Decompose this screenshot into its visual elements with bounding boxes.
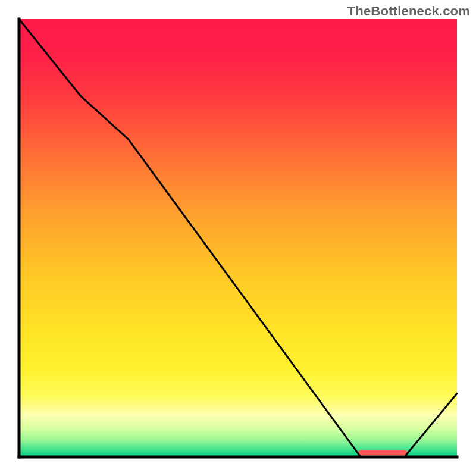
- plot-background: [19, 19, 457, 457]
- chart-container: TheBottleneck.com: [0, 0, 476, 476]
- bottleneck-chart: [0, 0, 476, 476]
